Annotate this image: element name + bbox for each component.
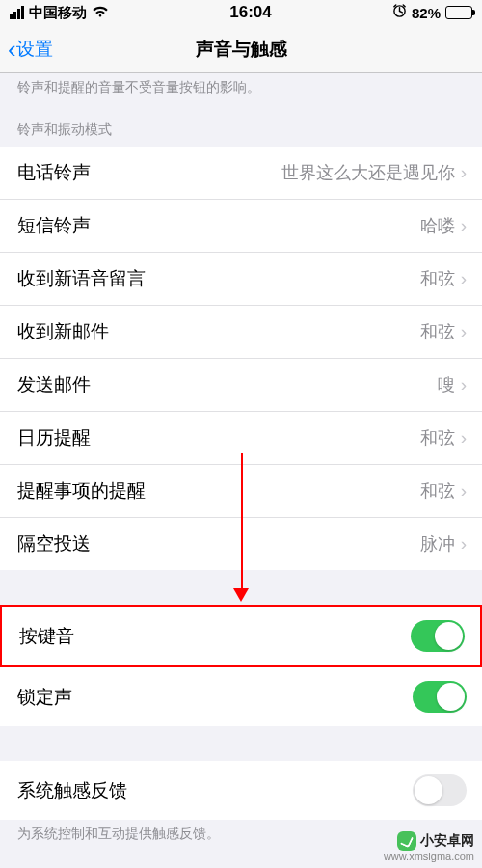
lock-sound-toggle[interactable] bbox=[413, 681, 467, 713]
row-value: 和弦 bbox=[420, 426, 455, 449]
alarm-icon bbox=[392, 4, 407, 21]
row-system-haptics: 系统触感反馈 bbox=[0, 761, 482, 820]
row-value: 脉冲 bbox=[420, 532, 455, 556]
system-haptics-toggle[interactable] bbox=[413, 774, 467, 806]
row-value: 嗖 bbox=[438, 373, 455, 396]
chevron-right-icon: › bbox=[461, 427, 467, 448]
battery-pct: 82% bbox=[412, 5, 441, 21]
row-value: 和弦 bbox=[420, 267, 455, 290]
row-label: 锁定声 bbox=[17, 685, 72, 710]
status-time: 16:04 bbox=[229, 3, 271, 22]
row-label: 日历提醒 bbox=[17, 425, 91, 450]
watermark-logo-icon bbox=[397, 831, 416, 851]
chevron-left-icon: ‹ bbox=[8, 37, 16, 62]
sound-toggle-list: 按键音 锁定声 bbox=[0, 605, 482, 726]
signal-icon bbox=[10, 6, 24, 19]
row-value: 和弦 bbox=[420, 479, 455, 502]
row-value: 世界这么大还是遇见你 bbox=[281, 161, 455, 184]
back-label: 设置 bbox=[16, 37, 53, 62]
haptics-list: 系统触感反馈 bbox=[0, 761, 482, 820]
row-label: 短信铃声 bbox=[17, 213, 91, 238]
row-label: 收到新邮件 bbox=[17, 319, 109, 344]
chevron-right-icon: › bbox=[461, 162, 467, 183]
section-header-ringtones: 铃声和振动模式 bbox=[0, 106, 482, 147]
watermark: 小安卓网 www.xmsigma.com bbox=[384, 831, 474, 862]
row-label: 系统触感反馈 bbox=[17, 778, 127, 803]
row-value: 哈喽 bbox=[420, 214, 455, 237]
row-new-mail[interactable]: 收到新邮件 和弦› bbox=[0, 306, 482, 359]
ringtone-list: 电话铃声 世界这么大还是遇见你› 短信铃声 哈喽› 收到新语音留言 和弦› 收到… bbox=[0, 147, 482, 570]
keyboard-clicks-toggle[interactable] bbox=[411, 620, 465, 652]
chevron-right-icon: › bbox=[461, 374, 467, 395]
row-airdrop[interactable]: 隔空投送 脉冲› bbox=[0, 518, 482, 570]
back-button[interactable]: ‹ 设置 bbox=[8, 37, 53, 62]
row-label: 收到新语音留言 bbox=[17, 266, 146, 291]
chevron-right-icon: › bbox=[461, 480, 467, 502]
row-label: 发送邮件 bbox=[17, 372, 91, 397]
row-value: 和弦 bbox=[420, 320, 455, 343]
chevron-right-icon: › bbox=[461, 321, 467, 342]
row-ringtone[interactable]: 电话铃声 世界这么大还是遇见你› bbox=[0, 147, 482, 200]
row-label: 提醒事项的提醒 bbox=[17, 478, 146, 503]
page-title: 声音与触感 bbox=[196, 37, 287, 62]
row-sent-mail[interactable]: 发送邮件 嗖› bbox=[0, 359, 482, 412]
row-label: 电话铃声 bbox=[17, 160, 91, 185]
nav-bar: ‹ 设置 声音与触感 bbox=[0, 25, 482, 73]
battery-icon bbox=[445, 6, 472, 19]
row-voicemail[interactable]: 收到新语音留言 和弦› bbox=[0, 253, 482, 306]
row-keyboard-clicks: 按键音 bbox=[0, 605, 482, 667]
row-text-tone[interactable]: 短信铃声 哈喽› bbox=[0, 200, 482, 253]
ringer-hint: 铃声和提醒的音量不受音量按钮的影响。 bbox=[0, 73, 482, 106]
row-calendar[interactable]: 日历提醒 和弦› bbox=[0, 412, 482, 465]
watermark-brand: 小安卓网 bbox=[420, 832, 474, 850]
watermark-url: www.xmsigma.com bbox=[384, 851, 474, 862]
chevron-right-icon: › bbox=[461, 215, 467, 236]
row-reminders[interactable]: 提醒事项的提醒 和弦› bbox=[0, 465, 482, 518]
wifi-icon bbox=[92, 5, 109, 21]
chevron-right-icon: › bbox=[461, 268, 467, 289]
chevron-right-icon: › bbox=[461, 533, 467, 555]
row-label: 按键音 bbox=[19, 624, 74, 649]
carrier-label: 中国移动 bbox=[29, 4, 87, 22]
row-label: 隔空投送 bbox=[17, 531, 91, 556]
status-bar: 中国移动 16:04 82% bbox=[0, 0, 482, 25]
row-lock-sound: 锁定声 bbox=[0, 667, 482, 726]
